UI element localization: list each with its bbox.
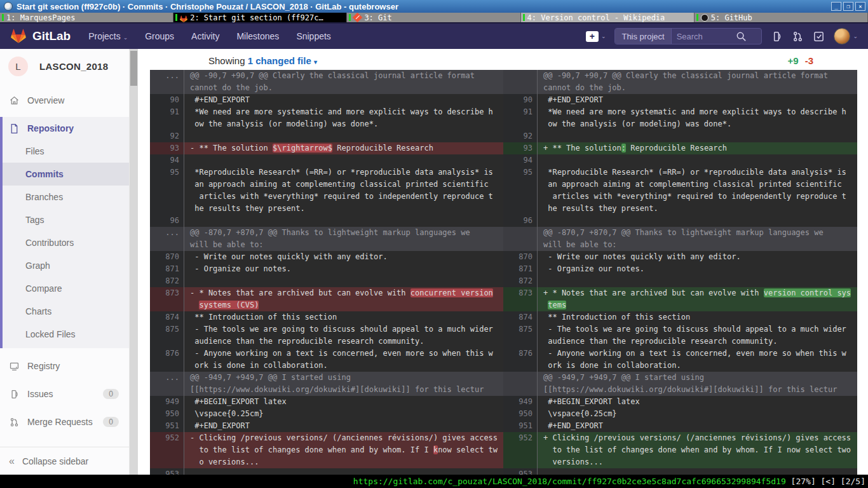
new-menu[interactable]: + ⌄ [586, 31, 606, 42]
search-input[interactable] [672, 32, 735, 41]
line-number-r[interactable]: 873 [503, 287, 538, 311]
sidebar-item-graph[interactable]: Graph [3, 254, 129, 277]
scrollbar-thumb[interactable] [130, 51, 137, 86]
line-number-r[interactable]: 91 [503, 106, 538, 130]
sidebar-item-locked-files[interactable]: Locked Files [3, 323, 129, 346]
line-number-r[interactable]: 92 [503, 130, 538, 142]
line-number-r[interactable] [503, 70, 538, 94]
line-number-l[interactable]: 950 [150, 408, 184, 420]
diff-row: 949 #+BEGIN_EXPORT latex949 #+BEGIN_EXPO… [150, 396, 857, 408]
browser-tab-3[interactable]: 3: Git [347, 13, 520, 22]
user-menu[interactable]: ⌄ [834, 28, 858, 44]
line-number-l[interactable]: 90 [150, 94, 184, 106]
gitlab-wordmark[interactable]: GitLab [32, 29, 71, 43]
line-number-r[interactable]: 96 [503, 215, 538, 227]
line-number-r[interactable]: 875 [503, 323, 538, 348]
line-number-l[interactable]: 95 [150, 166, 184, 215]
maximize-button[interactable]: ❐ [843, 2, 853, 11]
caret-down-icon: ▾ [314, 58, 317, 65]
sidebar-item-branches[interactable]: Branches [3, 186, 129, 208]
gitlab-logo-icon[interactable] [10, 29, 27, 44]
line-number-r[interactable]: 953 [503, 468, 538, 475]
line-number-l[interactable]: 872 [150, 275, 184, 287]
line-number-l[interactable]: 93 [150, 142, 184, 154]
sidebar-item-commits[interactable]: Commits [3, 163, 129, 186]
todos-icon[interactable] [813, 30, 825, 43]
line-number-r[interactable]: 871 [503, 263, 538, 275]
line-number-l[interactable]: 94 [150, 154, 184, 166]
diff-row: 876 - Anyone working on a text is concer… [150, 348, 857, 372]
line-number-r[interactable]: 93 [503, 142, 538, 154]
minimize-button[interactable]: _ [831, 2, 841, 11]
nav-activity[interactable]: Activity [191, 31, 219, 41]
nav-projects[interactable]: Projects ⌄ [88, 31, 128, 41]
line-number-l[interactable]: 870 [150, 251, 184, 263]
line-number-l[interactable]: 873 [150, 287, 184, 311]
line-number-r[interactable] [503, 372, 538, 396]
line-number-l[interactable]: 951 [150, 420, 184, 432]
line-number-r[interactable]: 876 [503, 348, 538, 372]
showing-label: Showing [208, 55, 245, 66]
browser-tab-2[interactable]: 2: Start git section (ff927c… [173, 13, 347, 22]
collapse-sidebar-button[interactable]: « Collapse sidebar [0, 447, 129, 475]
line-number-r[interactable]: 95 [503, 166, 538, 215]
line-number-r[interactable]: 950 [503, 408, 538, 420]
diff-row: 90 #+END_EXPORT90 #+END_EXPORT [150, 94, 857, 106]
nav-groups[interactable]: Groups [145, 31, 174, 41]
changed-files-dropdown[interactable]: 1 changed file ▾ [248, 55, 317, 66]
statusbar-history-indicator: [<] [821, 477, 836, 486]
line-number-l[interactable]: ... [150, 372, 184, 396]
sidebar-item-issues[interactable]: Issues 0 [0, 383, 129, 405]
nav-snippets[interactable]: Snippets [296, 31, 330, 41]
diff-row: 952- Clicking /previous versions/ (/anci… [150, 432, 857, 468]
line-number-r[interactable]: 870 [503, 251, 538, 263]
scrollbar-track[interactable] [130, 49, 138, 475]
sidebar-item-overview[interactable]: Overview [0, 89, 129, 112]
line-number-r[interactable]: 872 [503, 275, 538, 287]
line-number-r[interactable]: 949 [503, 396, 538, 408]
close-button[interactable]: ✕ [855, 2, 865, 11]
tab-label: 3: Git [364, 13, 391, 22]
merge-request-icon[interactable] [792, 30, 804, 43]
line-number-l[interactable]: 96 [150, 215, 184, 227]
sidebar-item-tags[interactable]: Tags [3, 208, 129, 231]
diff-row: 875 - The tools we are going to discuss … [150, 323, 857, 348]
line-number-r[interactable]: 90 [503, 94, 538, 106]
sidebar-item-compare[interactable]: Compare [3, 277, 129, 300]
code-line-l: - Anyone working on a text is concerned,… [184, 348, 503, 372]
line-number-l[interactable]: 952 [150, 432, 184, 468]
search-scope-label[interactable]: This project [615, 29, 671, 44]
issues-icon[interactable] [771, 30, 783, 43]
browser-tab-4[interactable]: 4: Version control - Wikipedia [521, 13, 695, 22]
line-number-l[interactable]: ... [150, 70, 184, 94]
sidebar-item-repository[interactable]: Repository [3, 117, 129, 140]
diff-table: ...@@ -90,7 +90,7 @@ Clearly the classic… [150, 70, 857, 475]
sidebar-item-label: Overview [27, 95, 64, 105]
line-number-l[interactable]: 876 [150, 348, 184, 372]
diff-row: 950 \vspace{0.25cm}950 \vspace{0.25cm} [150, 408, 857, 420]
line-number-r[interactable]: 874 [503, 311, 538, 323]
line-number-l[interactable]: ... [150, 227, 184, 251]
browser-tab-1[interactable]: 1: MarquesPages [0, 13, 173, 22]
line-number-l[interactable]: 91 [150, 106, 184, 130]
line-number-l[interactable]: 92 [150, 130, 184, 142]
line-number-l[interactable]: 949 [150, 396, 184, 408]
line-number-r[interactable]: 951 [503, 420, 538, 432]
sidebar-item-registry[interactable]: Registry [0, 355, 129, 377]
nav-milestones[interactable]: Milestones [236, 31, 279, 41]
sidebar-item-merge-requests[interactable]: Merge Requests 0 [0, 410, 129, 433]
line-number-r[interactable]: 94 [503, 154, 538, 166]
line-number-r[interactable] [503, 227, 538, 251]
sidebar-item-contributors[interactable]: Contributors [3, 231, 129, 254]
browser-tab-5[interactable]: 5: GitHub [695, 13, 868, 22]
line-number-l[interactable]: 875 [150, 323, 184, 348]
project-header[interactable]: L LASCON_2018 [0, 49, 129, 84]
sidebar-item-charts[interactable]: Charts [3, 300, 129, 323]
line-number-r[interactable]: 952 [503, 432, 538, 468]
line-number-l[interactable]: 874 [150, 311, 184, 323]
line-number-l[interactable]: 953 [150, 468, 184, 475]
line-number-l[interactable]: 871 [150, 263, 184, 275]
commit-content: Showing 1 changed file ▾ +9 -3 ...@@ -90… [138, 49, 868, 475]
sidebar-item-files[interactable]: Files [3, 140, 129, 163]
code-line-r: @@ -949,7 +949,7 @@ I started using [[ht… [538, 372, 857, 396]
